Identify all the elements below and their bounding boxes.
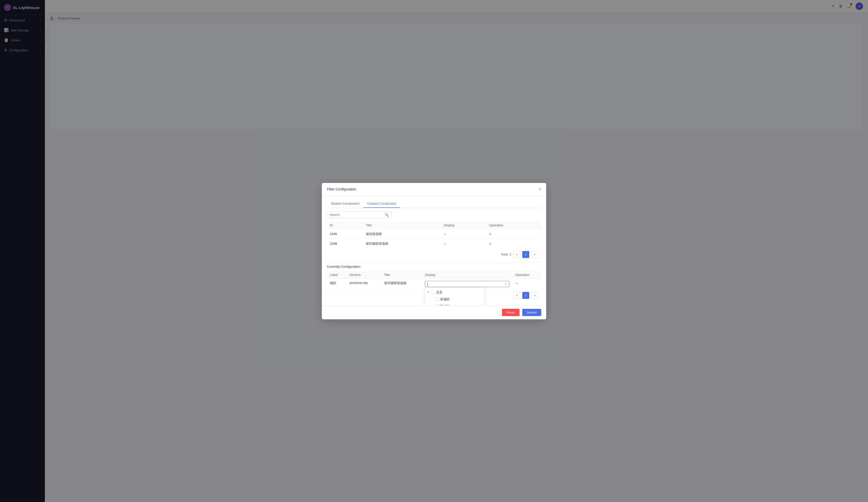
prev-page-button[interactable]: ‹ <box>513 251 520 258</box>
tab-custom-component[interactable]: Custom Component <box>363 200 400 208</box>
row-operation: + <box>486 229 541 239</box>
add-row-button[interactable]: + <box>489 241 491 246</box>
config-section: Currently Configuration: Label Dimens Ti… <box>327 265 541 301</box>
remove-config-button[interactable]: − <box>515 281 518 286</box>
config-row-dimens: province;city <box>347 279 381 289</box>
row-title: 省市级联筛选框 <box>363 239 441 249</box>
xicheng-label: 西城区 <box>440 304 482 305</box>
dongcheng-label: 东城区 <box>440 297 482 302</box>
row-operation: + <box>486 239 541 249</box>
config-row-title: 省市级联筛选框 <box>381 279 422 289</box>
row-id: 1048 <box>327 239 363 249</box>
checkbox-xicheng[interactable] <box>435 305 439 305</box>
tree-item-dongcheng[interactable]: 东城区 <box>425 296 484 303</box>
config-col-display: Display <box>422 271 512 279</box>
table-pagination: Total: 2 ‹ 1 › <box>327 249 541 261</box>
tab-system-component[interactable]: System Component <box>327 200 363 208</box>
tab-bar: System Component Custom Component <box>327 200 541 208</box>
search-icon: 🔍 <box>385 213 389 217</box>
page-1-button[interactable]: 1 <box>522 251 529 258</box>
modal-overlay: Filter Configuration × System Component … <box>0 0 868 502</box>
expand-icon[interactable]: ∨ <box>444 232 446 236</box>
col-id: ID <box>327 221 363 229</box>
filter-config-modal: Filter Configuration × System Component … <box>322 183 546 319</box>
config-section-label: Currently Configuration: <box>327 265 541 269</box>
config-col-operation: Operation <box>512 271 541 279</box>
config-row-display: ∧ ▼ 北京 <box>422 279 512 289</box>
dropdown-input[interactable] <box>427 282 505 286</box>
row-title: 省份筛选框 <box>363 229 441 239</box>
expand-icon[interactable]: ∨ <box>444 242 446 245</box>
search-input[interactable] <box>330 213 385 217</box>
config-col-dimens: Dimens <box>347 271 381 279</box>
add-row-button[interactable]: + <box>489 232 491 236</box>
table-row: 1046 省份筛选框 ∨ + <box>327 229 541 239</box>
reset-button[interactable]: Reset <box>502 308 520 316</box>
next-page-button[interactable]: › <box>531 251 538 258</box>
row-id: 1046 <box>327 229 363 239</box>
config-table-row: 地区 province;city 省市级联筛选框 ∧ <box>327 279 541 289</box>
submit-button[interactable]: Submit <box>522 309 541 316</box>
tree-item-beijing[interactable]: ▼ 北京 <box>425 289 484 296</box>
modal-close-button[interactable]: × <box>538 187 541 191</box>
tree-item-xicheng[interactable]: 西城区 <box>425 303 484 305</box>
row-display: ∨ <box>441 229 486 239</box>
col-operation: Operation <box>486 221 541 229</box>
config-table: Label Dimens Title Display Operation 地区 … <box>327 271 541 289</box>
total-label: Total: 2 <box>501 252 511 256</box>
search-box: 🔍 <box>327 211 392 218</box>
config-row-label: 地区 <box>327 279 347 289</box>
modal-footer: Reset Submit <box>322 305 546 319</box>
config-col-label: Label <box>327 271 347 279</box>
checkbox-beijing[interactable] <box>432 291 435 294</box>
col-display: Display <box>441 221 486 229</box>
config-prev-page-button[interactable]: ‹ <box>513 292 520 299</box>
modal-title: Filter Configuration <box>327 187 356 191</box>
divider <box>327 262 541 263</box>
dropdown-arrow-icon: ∧ <box>505 282 507 286</box>
col-title: Title <box>363 221 441 229</box>
config-col-title: Title <box>381 271 422 279</box>
dropdown-panel: ▼ 北京 东城区 <box>425 287 485 305</box>
row-display: ∨ <box>441 239 486 249</box>
components-table: ID Title Display Operation 1046 省份筛选框 ∨ <box>327 221 541 249</box>
modal-header: Filter Configuration × <box>322 183 546 196</box>
table-row: 1048 省市级联筛选框 ∨ + <box>327 239 541 249</box>
beijing-label: 北京 <box>436 290 482 295</box>
modal-body: System Component Custom Component 🔍 ID T… <box>322 196 546 305</box>
expand-beijing-icon[interactable]: ▼ <box>427 291 431 294</box>
checkbox-dongcheng[interactable] <box>435 297 439 301</box>
config-page-1-button[interactable]: 1 <box>522 292 529 299</box>
config-next-page-button[interactable]: › <box>531 292 538 299</box>
dropdown-trigger[interactable]: ∧ <box>425 281 509 287</box>
config-row-operation: − <box>512 279 541 289</box>
display-dropdown: ∧ ▼ 北京 <box>425 281 509 287</box>
